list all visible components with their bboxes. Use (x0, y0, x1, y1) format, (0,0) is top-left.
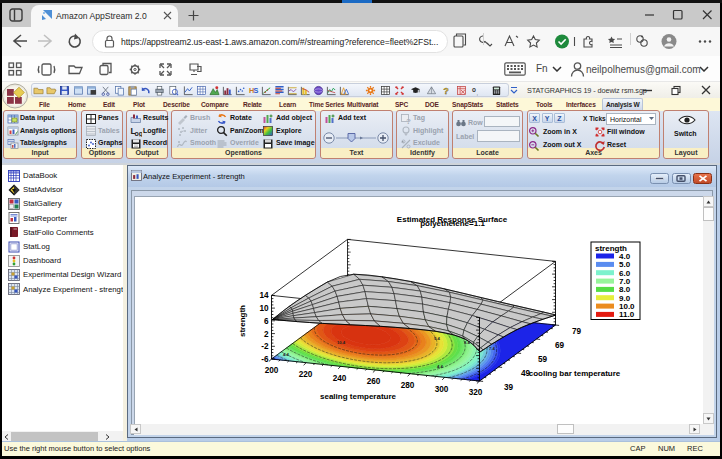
svg-text:260: 260 (367, 377, 381, 386)
svg-text:10.4: 10.4 (337, 340, 346, 345)
svg-text:strength: strength (238, 305, 247, 337)
svg-text:10: 10 (259, 304, 269, 313)
svg-text:11.0: 11.0 (619, 310, 635, 319)
svg-text:79: 79 (572, 327, 582, 336)
svg-text:69: 69 (555, 341, 565, 350)
svg-text:14: 14 (259, 291, 269, 300)
svg-text:300: 300 (435, 385, 449, 394)
svg-text:6: 6 (264, 317, 269, 326)
svg-text:-6: -6 (261, 355, 269, 364)
svg-text:-2: -2 (261, 342, 269, 351)
svg-text:4.4: 4.4 (283, 352, 289, 357)
svg-text:220: 220 (299, 370, 313, 379)
svg-text:280: 280 (401, 381, 415, 390)
svg-text:4.4: 4.4 (437, 364, 443, 369)
svg-text:8.4: 8.4 (464, 340, 470, 345)
svg-text:sealing temperature: sealing temperature (320, 392, 397, 401)
svg-text:240: 240 (333, 374, 347, 383)
svg-text:7.4: 7.4 (489, 346, 495, 351)
svg-text:polyethelene=1.1: polyethelene=1.1 (420, 219, 485, 228)
svg-text:200: 200 (265, 366, 279, 375)
svg-text:2: 2 (264, 330, 269, 339)
svg-text:320: 320 (469, 388, 483, 397)
svg-text:39: 39 (504, 383, 514, 392)
svg-text:cooling bar temperature: cooling bar temperature (529, 369, 621, 378)
svg-text:9.4: 9.4 (434, 336, 440, 341)
svg-text:59: 59 (538, 355, 548, 364)
